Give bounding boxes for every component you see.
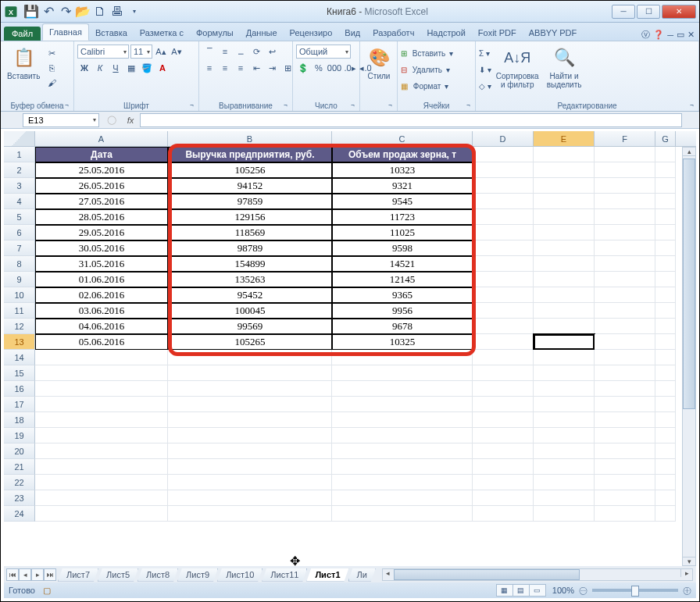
cell[interactable]: 135263	[168, 272, 332, 287]
mdi-min-icon[interactable]: ─	[667, 30, 673, 40]
row-header[interactable]: 3	[4, 178, 35, 194]
currency-icon[interactable]: 💲	[296, 61, 310, 75]
cell[interactable]	[595, 334, 655, 350]
cell[interactable]: 9321	[332, 178, 473, 194]
mdi-close-icon[interactable]: ✕	[688, 30, 695, 40]
sheet-tab[interactable]: Лист5	[98, 568, 138, 582]
grow-font-icon[interactable]: A▴	[154, 45, 168, 59]
view-normal-icon[interactable]: ▦	[496, 584, 513, 597]
qat-print-icon[interactable]: 🖶	[109, 4, 125, 20]
underline-icon[interactable]: Ч	[109, 61, 123, 75]
cell[interactable]	[655, 272, 676, 287]
cell[interactable]	[655, 256, 676, 272]
mdi-restore-icon[interactable]: ▭	[677, 30, 684, 40]
cell[interactable]	[35, 350, 168, 365]
cell[interactable]	[534, 365, 595, 381]
sheet-tab[interactable]: Лист11	[262, 568, 307, 582]
cell[interactable]	[534, 162, 595, 178]
styles-button[interactable]: 🎨 Стили	[363, 44, 395, 82]
cell[interactable]	[534, 443, 595, 459]
cell[interactable]	[595, 475, 655, 490]
align-center-icon[interactable]: ≡	[218, 61, 232, 75]
row-header[interactable]: 10	[4, 287, 35, 303]
row-header[interactable]: 2	[4, 162, 35, 178]
name-box[interactable]: E13	[23, 113, 99, 127]
cell[interactable]	[35, 443, 168, 459]
border-icon[interactable]: ▦	[124, 61, 138, 75]
cell[interactable]: 9545	[332, 194, 473, 209]
comma-icon[interactable]: 000	[327, 61, 341, 75]
cell[interactable]: 04.06.2016	[35, 319, 168, 334]
cell[interactable]	[534, 194, 595, 209]
cell[interactable]: 9365	[332, 287, 473, 303]
cell[interactable]	[655, 178, 676, 194]
cell[interactable]: 31.05.2016	[35, 256, 168, 272]
cell[interactable]	[595, 459, 655, 475]
cell[interactable]	[168, 443, 332, 459]
fx-button[interactable]: fx	[121, 116, 140, 125]
tab-view[interactable]: Вид	[338, 25, 366, 41]
col-header-g[interactable]: G	[655, 131, 676, 146]
clear-icon[interactable]: ◇ ▾	[479, 78, 491, 94]
cell[interactable]	[332, 506, 473, 522]
cell[interactable]	[595, 365, 655, 381]
cell[interactable]	[655, 350, 676, 365]
cell[interactable]	[595, 350, 655, 365]
cell[interactable]: 95452	[168, 287, 332, 303]
cell[interactable]: 105265	[168, 334, 332, 350]
tab-addins[interactable]: Надстрой	[420, 25, 471, 41]
align-middle-icon[interactable]: ≡	[218, 45, 232, 59]
cell[interactable]	[655, 506, 676, 522]
cell[interactable]	[35, 475, 168, 490]
tab-insert[interactable]: Вставка	[89, 25, 134, 41]
cell[interactable]	[655, 334, 676, 350]
cell[interactable]: 118569	[168, 225, 332, 240]
select-all-button[interactable]	[4, 131, 35, 146]
cell[interactable]	[534, 350, 595, 365]
cell[interactable]	[534, 147, 595, 162]
cell[interactable]: 9956	[332, 303, 473, 319]
tab-nav-first-icon[interactable]: ⏮	[6, 568, 19, 581]
cell[interactable]: 100045	[168, 303, 332, 319]
cell[interactable]	[473, 178, 534, 194]
cell[interactable]	[168, 350, 332, 365]
cell[interactable]	[595, 272, 655, 287]
cell[interactable]: 14521	[332, 256, 473, 272]
cell[interactable]	[168, 428, 332, 443]
align-bottom-icon[interactable]: ⎽	[234, 45, 248, 59]
cell[interactable]: 10325	[332, 334, 473, 350]
zoom-slider[interactable]	[592, 589, 678, 592]
row-header[interactable]: 16	[4, 381, 35, 397]
cell[interactable]	[595, 225, 655, 240]
cell[interactable]	[534, 397, 595, 412]
cell[interactable]	[473, 209, 534, 225]
cell[interactable]	[655, 240, 676, 256]
cell[interactable]	[534, 272, 595, 287]
cell[interactable]	[534, 209, 595, 225]
cell[interactable]	[595, 194, 655, 209]
cell[interactable]	[35, 381, 168, 397]
cell[interactable]	[332, 475, 473, 490]
format-cells-button[interactable]: ▦ Формат ▾	[401, 78, 453, 94]
cell[interactable]	[595, 381, 655, 397]
ribbon-minimize-icon[interactable]: ⓥ	[641, 29, 650, 41]
tab-formulas[interactable]: Формулы	[190, 25, 240, 41]
cell[interactable]	[332, 443, 473, 459]
cell[interactable]	[595, 162, 655, 178]
cell[interactable]	[595, 506, 655, 522]
cell[interactable]	[473, 225, 534, 240]
minimize-button[interactable]: ─	[612, 5, 635, 19]
row-header[interactable]: 12	[4, 319, 35, 334]
cell[interactable]: 28.05.2016	[35, 209, 168, 225]
cell[interactable]	[473, 147, 534, 162]
cell[interactable]	[168, 381, 332, 397]
number-format-select[interactable]: Общий	[296, 45, 351, 59]
cell[interactable]	[534, 225, 595, 240]
find-select-button[interactable]: 🔍 Найти и выделить	[544, 44, 585, 91]
cell[interactable]	[534, 240, 595, 256]
sheet-tab[interactable]: Лист7	[58, 568, 98, 582]
cell[interactable]	[168, 412, 332, 428]
align-top-icon[interactable]: ⎺	[202, 45, 216, 59]
cell[interactable]: 10323	[332, 162, 473, 178]
cell[interactable]	[655, 381, 676, 397]
